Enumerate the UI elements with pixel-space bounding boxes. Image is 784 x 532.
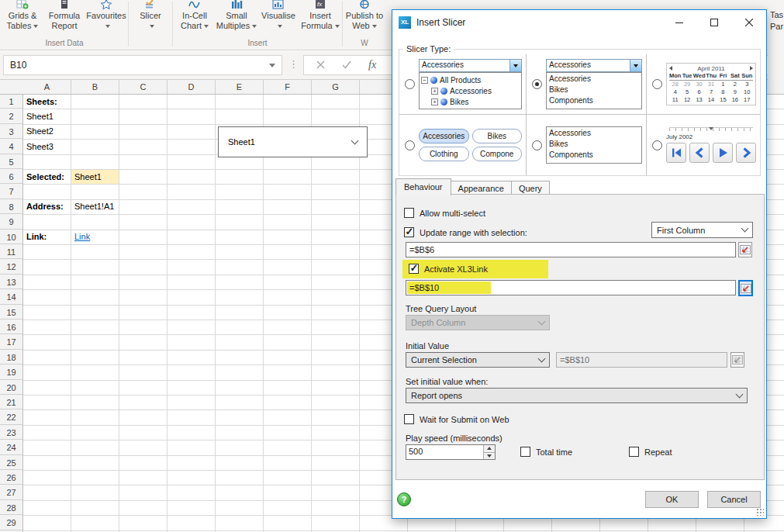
repeat-checkbox[interactable]: [629, 447, 639, 457]
row-header[interactable]: 26: [0, 471, 22, 485]
calendar-date[interactable]: 29: [681, 81, 692, 88]
play-speed-value[interactable]: 500: [406, 445, 483, 459]
row-header[interactable]: 28: [0, 501, 22, 515]
close-button[interactable]: [731, 10, 766, 34]
calendar-date[interactable]: 9: [729, 88, 741, 96]
total-time-row[interactable]: Total time: [520, 447, 572, 457]
ok-button[interactable]: OK: [645, 491, 699, 508]
column-header[interactable]: F: [264, 80, 312, 94]
wait-submit-checkbox[interactable]: [404, 414, 414, 424]
ribbon-button-slicer[interactable]: Slicer: [130, 0, 171, 31]
radio-buttons-slicer[interactable]: [405, 140, 415, 150]
play-speed-spinner[interactable]: 500: [406, 444, 496, 460]
row-headers[interactable]: 1234567891011121314151617181920212223242…: [0, 95, 23, 532]
row-header[interactable]: 6: [0, 170, 22, 184]
row-header[interactable]: 24: [0, 440, 22, 454]
ribbon-button-small-multiples[interactable]: SmallMultiples: [216, 0, 257, 31]
update-range-checkbox[interactable]: [404, 227, 414, 237]
row-header[interactable]: 7: [0, 185, 22, 199]
grid-cell-A6[interactable]: Selected:: [23, 170, 71, 184]
name-box-dropdown-icon[interactable]: [269, 64, 275, 67]
row-header[interactable]: 8: [0, 200, 22, 214]
row-header[interactable]: 15: [0, 306, 22, 320]
calendar-date[interactable]: 2: [729, 81, 741, 88]
radio-tree-slicer[interactable]: [405, 79, 415, 89]
update-range-field[interactable]: =$B$6: [406, 242, 736, 257]
slicer-preview-button[interactable]: Bikes: [472, 129, 523, 143]
calendar-date[interactable]: 16: [729, 96, 741, 104]
calendar-date[interactable]: 4: [669, 88, 681, 96]
tree-expander-icon[interactable]: +: [431, 98, 438, 105]
calendar-date[interactable]: 11: [669, 96, 681, 104]
row-header[interactable]: 16: [0, 320, 22, 334]
row-header[interactable]: 25: [0, 456, 22, 470]
row-header[interactable]: 22: [0, 410, 22, 424]
row-header[interactable]: 27: [0, 485, 22, 499]
link-range-field[interactable]: =$B$10: [406, 280, 736, 295]
skip-start-button[interactable]: [666, 143, 686, 163]
initial-value-mode-dropdown[interactable]: Current Selection: [406, 352, 550, 368]
tree-item[interactable]: +Accessories: [421, 85, 520, 96]
maximize-button[interactable]: [696, 10, 731, 34]
row-header[interactable]: 20: [0, 381, 22, 395]
help-button[interactable]: ?: [397, 492, 411, 506]
column-header[interactable]: C: [119, 80, 168, 94]
range-picker-button[interactable]: [738, 242, 752, 257]
column-header[interactable]: G: [312, 80, 360, 94]
row-header[interactable]: 13: [0, 275, 22, 289]
dialog-titlebar[interactable]: XL Insert Slicer: [392, 10, 766, 34]
list-item[interactable]: Accessories: [549, 128, 639, 139]
calendar-date[interactable]: 15: [717, 96, 729, 104]
list-item[interactable]: Components: [549, 150, 639, 161]
grid-cell-B8[interactable]: Sheet1!A1: [71, 200, 119, 214]
row-header[interactable]: 1: [0, 95, 22, 109]
row-header[interactable]: 4: [0, 140, 22, 154]
confirm-entry-icon[interactable]: [342, 58, 351, 72]
calendar-date[interactable]: 28: [669, 81, 681, 88]
total-time-checkbox[interactable]: [520, 447, 530, 457]
calendar-date[interactable]: 12: [681, 96, 692, 104]
slicer-preview-button[interactable]: Accessories: [419, 129, 469, 143]
tree-item[interactable]: −All Products: [421, 74, 520, 85]
ribbon-button-in-cell-chart[interactable]: In-CellChart: [174, 0, 216, 31]
row-header[interactable]: 2: [0, 109, 22, 123]
slicer-type-buttons-option[interactable]: AccessoriesBikesClothingCompone: [399, 115, 527, 175]
sheet-selector-dropdown[interactable]: Sheet1: [218, 126, 368, 157]
row-header[interactable]: 9: [0, 215, 22, 229]
calendar-date[interactable]: 5: [681, 88, 692, 96]
calendar-date[interactable]: 31: [705, 81, 717, 88]
tree-item[interactable]: +Bikes: [421, 96, 520, 107]
calendar-date[interactable]: 3: [741, 81, 753, 88]
grid-cell-A2[interactable]: Sheet1: [23, 109, 71, 123]
ribbon-button-publish-to-web[interactable]: Publish toWeb: [344, 0, 385, 31]
list-item[interactable]: Bikes: [549, 139, 639, 150]
spin-down-icon[interactable]: [484, 453, 495, 460]
calendar-date[interactable]: 7: [705, 88, 717, 96]
calendar-date[interactable]: 1: [717, 81, 729, 88]
row-header[interactable]: 19: [0, 365, 22, 379]
list-item[interactable]: Accessories: [549, 74, 639, 85]
cancel-entry-icon[interactable]: [316, 58, 325, 72]
minimize-button[interactable]: [661, 10, 696, 34]
insert-function-icon[interactable]: fx: [368, 59, 376, 71]
calendar-date[interactable]: 8: [717, 88, 729, 96]
ribbon-button-insert-formula[interactable]: fxInsertFormula: [299, 0, 341, 31]
list-item[interactable]: Components: [549, 95, 639, 106]
previous-button[interactable]: [689, 143, 710, 163]
spin-up-icon[interactable]: [484, 445, 495, 453]
radio-play-slicer[interactable]: [652, 140, 662, 150]
column-header[interactable]: D: [168, 80, 216, 94]
repeat-row[interactable]: Repeat: [629, 447, 672, 457]
row-header[interactable]: 12: [0, 260, 22, 274]
calendar-date[interactable]: 6: [693, 88, 705, 96]
radio-combolist-slicer[interactable]: [532, 79, 542, 89]
range-picker-button-active[interactable]: [738, 280, 753, 296]
set-initial-value-dropdown[interactable]: Report opens: [406, 388, 748, 403]
activate-xl3link-row[interactable]: Activate XL3Link: [409, 264, 488, 274]
calendar-date[interactable]: 14: [705, 96, 717, 104]
activate-xl3link-checkbox[interactable]: [409, 264, 419, 274]
row-header[interactable]: 11: [0, 245, 22, 259]
column-header[interactable]: A: [23, 80, 71, 94]
tab-behaviour[interactable]: Behaviour: [395, 178, 451, 195]
slicer-type-combolist-option[interactable]: Accessories AccessoriesBikesComponents: [527, 54, 647, 115]
